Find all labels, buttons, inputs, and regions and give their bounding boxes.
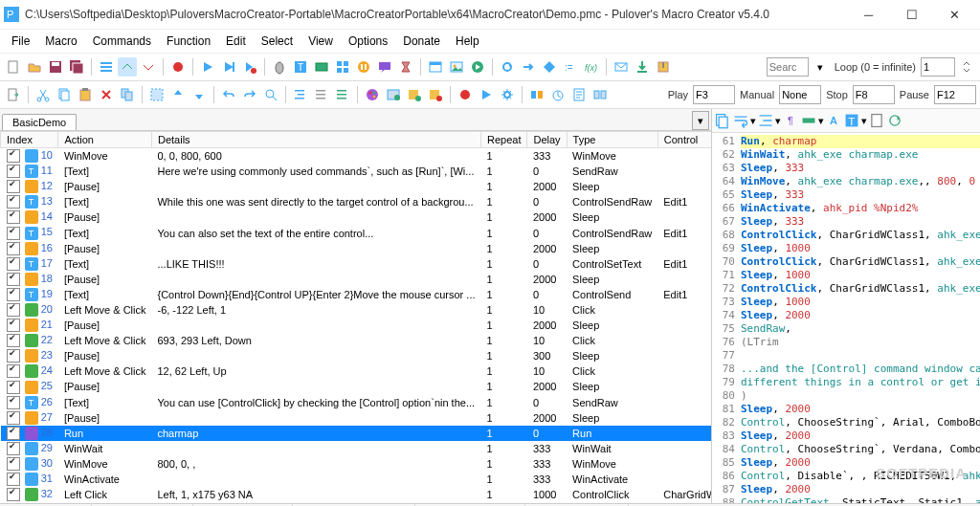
new-icon[interactable] xyxy=(4,57,23,77)
code-line[interactable]: 88ControlGetText, StaticText, Static1, a… xyxy=(712,496,980,503)
code-line[interactable]: 78...and the [Control] command window ca… xyxy=(712,363,980,376)
play-icon[interactable] xyxy=(198,57,217,77)
uncomment-icon[interactable] xyxy=(333,85,352,104)
record-icon[interactable] xyxy=(168,57,188,77)
row-checkbox[interactable] xyxy=(7,364,20,378)
table-row[interactable]: T 13[Text]While this one was sent direct… xyxy=(1,194,712,209)
table-row[interactable]: 27[Pause]12000Sleep xyxy=(1,410,712,426)
select-all-icon[interactable] xyxy=(147,85,167,104)
manual-hotkey-input[interactable] xyxy=(779,85,821,104)
export-icon[interactable] xyxy=(4,85,23,104)
table-row[interactable]: 14[Pause]12000Sleep xyxy=(1,209,712,225)
table-row[interactable]: T 11[Text]Here we're using commonly used… xyxy=(1,164,712,179)
collapse-icon[interactable] xyxy=(118,57,137,77)
tab-dropdown-icon[interactable]: ▾ xyxy=(692,111,709,130)
play-settings-icon[interactable] xyxy=(477,85,496,104)
table-row[interactable]: 31WinActivate1333WinActivate xyxy=(1,472,712,487)
code-line[interactable]: 82Control, ChooseString`, Arial, ComboBo… xyxy=(712,416,980,429)
search-dropdown-icon[interactable]: ▾ xyxy=(811,57,830,77)
if-icon[interactable] xyxy=(540,57,559,77)
text-icon[interactable]: T xyxy=(291,57,310,77)
menu-commands[interactable]: Commands xyxy=(85,33,159,50)
list-icon[interactable] xyxy=(97,57,116,77)
code-line[interactable]: 61Run, charmap xyxy=(712,135,980,148)
code-preview[interactable]: 61Run, charmap62WinWait, ahk_exe charmap… xyxy=(712,133,980,503)
col-delay[interactable]: Delay xyxy=(527,132,567,148)
highlight-icon[interactable] xyxy=(800,112,817,129)
table-row[interactable]: 12[Pause]12000Sleep xyxy=(1,179,712,194)
minimize-button[interactable]: ─ xyxy=(847,1,890,28)
col-action[interactable]: Action xyxy=(58,132,152,148)
table-row[interactable]: T 19[Text]{Control Down}{End}{Control UP… xyxy=(1,287,712,302)
row-checkbox[interactable] xyxy=(7,457,20,471)
command-add-icon[interactable] xyxy=(405,85,424,104)
code-line[interactable]: 81Sleep, 2000 xyxy=(712,403,980,416)
groups-icon[interactable] xyxy=(590,85,610,104)
command-remove-icon[interactable] xyxy=(426,85,445,104)
row-checkbox[interactable] xyxy=(7,273,20,286)
comment-icon[interactable] xyxy=(312,85,331,104)
row-checkbox[interactable] xyxy=(7,411,20,425)
row-checkbox[interactable] xyxy=(7,288,20,301)
code-line[interactable]: 66WinActivate, ahk_pid %Npid2% xyxy=(712,202,980,215)
row-checkbox[interactable] xyxy=(7,227,20,240)
screenshot-icon[interactable] xyxy=(384,85,403,104)
row-checkbox[interactable] xyxy=(7,242,20,255)
zip-icon[interactable] xyxy=(654,57,673,77)
row-checkbox[interactable] xyxy=(7,334,20,347)
goto-icon[interactable] xyxy=(519,57,538,77)
menu-options[interactable]: Options xyxy=(341,33,395,50)
menu-select[interactable]: Select xyxy=(254,33,301,50)
move-up-icon[interactable] xyxy=(168,85,188,104)
new-code-icon[interactable] xyxy=(868,112,885,129)
copy-icon[interactable] xyxy=(55,85,74,104)
cut-icon[interactable] xyxy=(33,85,53,104)
col-control[interactable]: Control xyxy=(657,132,711,148)
pause-step-icon[interactable] xyxy=(354,57,373,77)
macro-grid[interactable]: IndexActionDetailsRepeatDelayTypeControl… xyxy=(0,131,711,503)
run-icon[interactable] xyxy=(468,57,487,77)
delete-icon[interactable] xyxy=(97,85,116,104)
col-index[interactable]: Index xyxy=(1,132,58,148)
table-row[interactable]: 16[Pause]12000Sleep xyxy=(1,241,712,256)
grid-icon[interactable] xyxy=(333,57,352,77)
pause-hotkey-input[interactable] xyxy=(934,85,976,104)
loop-icon[interactable] xyxy=(498,57,517,77)
table-row[interactable]: 25[Pause]12000Sleep xyxy=(1,379,712,394)
table-row[interactable]: 24Left Move & Click12, 62 Left, Up110Cli… xyxy=(1,363,712,379)
table-row[interactable]: T 17[Text]...LIKE THIS!!!10ControlSetTex… xyxy=(1,256,712,272)
user-vars-icon[interactable] xyxy=(527,85,546,104)
code-line[interactable]: 77 xyxy=(712,349,980,363)
menu-file[interactable]: File xyxy=(4,33,37,50)
color-icon[interactable] xyxy=(363,85,382,104)
menu-function[interactable]: Function xyxy=(159,33,218,50)
code-line[interactable]: 68ControlClick, CharGridWClass1, ahk_exe… xyxy=(712,229,980,242)
menu-donate[interactable]: Donate xyxy=(395,33,448,50)
menu-view[interactable]: View xyxy=(301,33,341,50)
timer-icon[interactable] xyxy=(396,57,415,77)
record-settings-icon[interactable] xyxy=(456,85,475,104)
code-line[interactable]: 67Sleep, 333 xyxy=(712,215,980,229)
refresh-code-icon[interactable] xyxy=(886,112,903,129)
row-checkbox[interactable] xyxy=(7,180,20,193)
context-icon[interactable] xyxy=(569,85,589,104)
window-icon[interactable] xyxy=(426,57,445,77)
code-line[interactable]: 83Sleep, 2000 xyxy=(712,429,980,443)
search-input[interactable] xyxy=(767,57,809,77)
row-checkbox[interactable] xyxy=(7,319,20,332)
play-once-icon[interactable] xyxy=(219,57,238,77)
play-until-icon[interactable] xyxy=(240,57,259,77)
move-down-icon[interactable] xyxy=(189,85,209,104)
redo-icon[interactable] xyxy=(240,85,259,104)
save-all-icon[interactable] xyxy=(67,57,86,77)
menu-edit[interactable]: Edit xyxy=(218,33,254,50)
wrap-icon[interactable] xyxy=(732,112,749,129)
code-line[interactable]: 62WinWait, ahk_exe charmap.exe xyxy=(712,148,980,162)
loop-stepper-icon[interactable] xyxy=(957,57,976,77)
table-row[interactable]: 28Runcharmap10Run xyxy=(1,426,712,441)
email-icon[interactable] xyxy=(612,57,631,77)
table-row[interactable]: 33Left ClickLeft, 1, x106 y61 NA11000Con… xyxy=(1,502,712,503)
menu-macro[interactable]: Macro xyxy=(37,33,84,50)
settings-icon[interactable] xyxy=(498,85,517,104)
table-row[interactable]: 21[Pause]12000Sleep xyxy=(1,318,712,333)
